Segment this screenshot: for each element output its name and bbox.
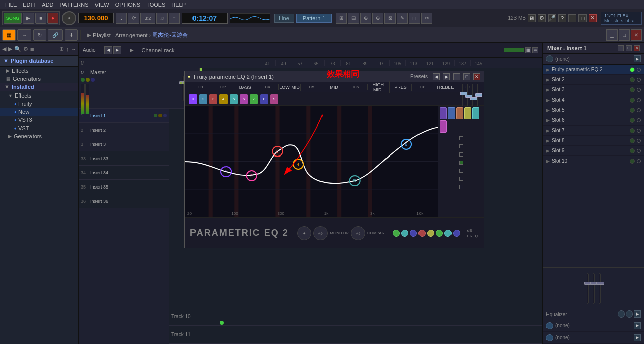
eq-sq-5[interactable] xyxy=(459,169,463,173)
slot5-dot[interactable] xyxy=(637,108,641,112)
menu-add[interactable]: ADD xyxy=(39,2,56,8)
right-band-5[interactable] xyxy=(472,107,479,119)
master-green-led[interactable] xyxy=(81,78,85,82)
slot2-dot[interactable] xyxy=(637,78,641,82)
send1-arrow[interactable]: ▶ xyxy=(634,322,641,329)
master-blue-led[interactable] xyxy=(91,78,95,82)
slot7-led[interactable] xyxy=(630,128,635,133)
playlist-close-btn[interactable]: ✕ xyxy=(631,29,642,41)
mixer-slot-6[interactable]: ▶ Slot 6 xyxy=(543,115,644,126)
sidebar-more-btn[interactable]: ≡ xyxy=(30,46,34,52)
menu-help[interactable]: HELP xyxy=(168,2,189,8)
arrow-right-btn[interactable]: → xyxy=(17,29,31,41)
channel-volume-bar[interactable] xyxy=(504,48,524,52)
slot7-dot[interactable] xyxy=(637,129,641,133)
insert1-led3[interactable] xyxy=(163,114,167,117)
eq-sq-4[interactable] xyxy=(459,161,463,165)
slot10-dot[interactable] xyxy=(637,159,641,163)
slot10-led[interactable] xyxy=(630,159,635,164)
play-btn[interactable]: ▶ xyxy=(23,13,34,24)
right-band-4[interactable] xyxy=(464,107,471,119)
sidebar-item-effects-installed[interactable]: ▼ Effects xyxy=(0,91,78,100)
band-tag-5[interactable]: 5 xyxy=(230,94,238,104)
mic-icon[interactable]: 🎤 xyxy=(548,14,556,22)
sidebar-forward-btn[interactable]: ▶ xyxy=(8,46,12,52)
sidebar-arrow-btn[interactable]: → xyxy=(71,46,76,52)
song-mode-btn[interactable]: SONG xyxy=(4,13,22,24)
color-knob-1[interactable] xyxy=(393,230,400,237)
band-tag-6[interactable]: 6 xyxy=(240,94,248,104)
band-tag-2[interactable]: 2 xyxy=(199,94,207,104)
draw-mode-btn[interactable]: ▦ xyxy=(2,29,16,41)
insert1-led2[interactable] xyxy=(158,114,162,117)
settings-icon[interactable]: ⚙ xyxy=(538,14,546,22)
maximize-app-btn[interactable]: □ xyxy=(578,14,587,22)
eq-sq-6[interactable] xyxy=(459,177,463,181)
audio-next-btn[interactable]: ▶ xyxy=(113,46,121,54)
cut-btn[interactable]: ✂ xyxy=(421,13,432,24)
color-knob-7[interactable] xyxy=(444,230,452,237)
slot8-led[interactable] xyxy=(630,138,635,143)
mixer-eq-arrow-btn[interactable]: ▶ xyxy=(634,310,641,318)
channel-wave-icon[interactable]: ≋ xyxy=(532,47,538,53)
color-knob-4[interactable] xyxy=(418,230,426,237)
slot6-led[interactable] xyxy=(630,118,635,123)
slot8-dot[interactable] xyxy=(637,139,641,143)
mixer-eq-knob-1[interactable] xyxy=(618,310,625,318)
stop-btn[interactable]: ■ xyxy=(35,13,46,24)
master-yellow-led[interactable] xyxy=(86,78,90,82)
sidebar-group-installed[interactable]: ▼ Installed xyxy=(0,83,78,91)
color-knob-2[interactable] xyxy=(401,230,408,237)
sidebar-options-btn[interactable]: ↕ xyxy=(66,46,69,52)
bpm-display[interactable]: 130.000 xyxy=(78,13,114,23)
mixer-icon[interactable]: ≡ xyxy=(169,13,180,24)
sidebar-item-new[interactable]: ♦ New xyxy=(0,108,78,116)
eq-knob-2[interactable]: ◎ xyxy=(313,226,328,240)
sidebar-item-fruity[interactable]: ♦ Fruity xyxy=(0,100,78,108)
band-tag-1[interactable]: 1 xyxy=(189,94,197,104)
menu-edit[interactable]: EDIT xyxy=(20,2,39,8)
mixer-slot-7[interactable]: ▶ Slot 7 xyxy=(543,126,644,136)
sidebar-back-btn[interactable]: ◀ xyxy=(2,46,6,52)
eq-maximize-btn[interactable]: □ xyxy=(463,73,470,80)
mixer-ball-top[interactable] xyxy=(546,55,553,62)
eq-prev-preset-btn[interactable]: ◀ xyxy=(433,73,440,80)
slot9-dot[interactable] xyxy=(637,149,641,153)
mixer-eq-knob-2[interactable] xyxy=(626,310,633,318)
link-btn[interactable]: 🔗 xyxy=(48,29,63,41)
color-knob-6[interactable] xyxy=(436,230,443,237)
eq-sq-1[interactable] xyxy=(459,136,463,140)
mixer-dropdown-top[interactable]: ▶ xyxy=(634,55,641,62)
sidebar-search-btn[interactable]: 🔍 xyxy=(14,46,21,52)
channel-bar-icon[interactable]: ▦ xyxy=(525,47,531,53)
slot4-led[interactable] xyxy=(630,98,635,103)
grid-btn[interactable]: ⊟ xyxy=(348,13,359,24)
sidebar-filter-btn[interactable]: ⚙ xyxy=(23,46,28,52)
mixer-fader-3[interactable] xyxy=(599,273,601,304)
band-tag-7[interactable]: 7 xyxy=(250,94,258,104)
playlist-max-btn[interactable]: □ xyxy=(619,29,630,41)
track11-content[interactable] xyxy=(204,329,540,341)
mixer-close-btn[interactable]: ✕ xyxy=(634,45,640,51)
slot1-led[interactable] xyxy=(630,67,635,72)
plugin-db-header[interactable]: ▼ Plugin database xyxy=(0,56,78,67)
mixer-fader-1[interactable] xyxy=(587,273,589,304)
right-band-1[interactable] xyxy=(440,107,447,119)
metronome-icon[interactable]: ♩ xyxy=(116,13,127,24)
pencil-btn[interactable]: ✎ xyxy=(397,13,408,24)
record-btn[interactable]: ● xyxy=(47,13,58,24)
help-icon[interactable]: ? xyxy=(558,14,566,22)
color-knob-5[interactable] xyxy=(427,230,434,237)
mixer-slot-2[interactable]: ▶ Slot 2 xyxy=(543,75,644,85)
menu-view[interactable]: VIEW xyxy=(92,2,112,8)
zoom-in-btn[interactable]: ⊕ xyxy=(360,13,371,24)
arrow-cycle-btn[interactable]: ↻ xyxy=(33,29,46,41)
insert1-led[interactable] xyxy=(154,114,157,117)
close-app-btn[interactable]: ✕ xyxy=(589,14,597,22)
line-dropdown[interactable]: Line xyxy=(274,14,294,23)
select-btn[interactable]: ⊠ xyxy=(384,13,396,24)
eraser-btn[interactable]: ◻ xyxy=(409,13,420,24)
band-tag-3[interactable]: 3 xyxy=(209,94,217,104)
eq-graph[interactable]: 1 2 3 xyxy=(185,106,484,217)
eq-compare-btn[interactable]: ◎ xyxy=(351,226,365,240)
